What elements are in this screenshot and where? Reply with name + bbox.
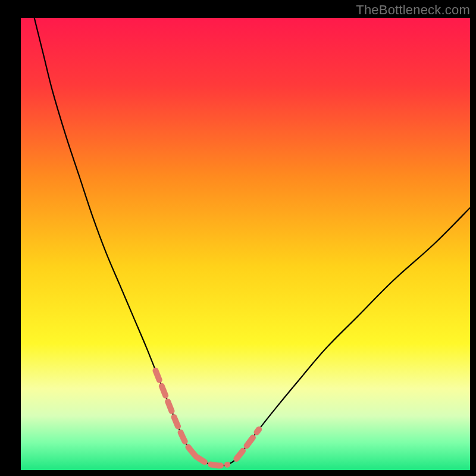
chart-frame: TheBottleneck.com [0, 0, 476, 476]
watermark-text: TheBottleneck.com [356, 2, 470, 18]
plot-background [21, 18, 470, 470]
chart-svg [0, 0, 476, 476]
